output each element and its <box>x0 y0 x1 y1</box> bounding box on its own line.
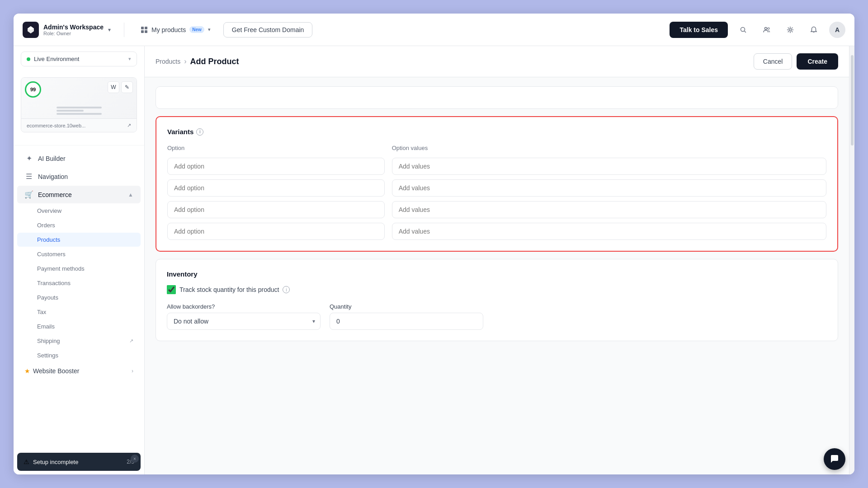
sidebar-sub-item-payment-methods[interactable]: Payment methods <box>17 262 141 276</box>
col-header-option: Option <box>167 145 385 151</box>
top-navigation: Admin's Workspace Role: Owner ▾ My produ… <box>14 14 854 46</box>
quantity-label: Quantity <box>330 303 483 310</box>
setup-icon: ⚠ <box>24 458 29 465</box>
sidebar-sub-item-products[interactable]: Products <box>17 233 141 247</box>
ai-builder-icon: ✦ <box>24 154 33 163</box>
variant-option-3[interactable] <box>167 201 385 218</box>
svg-rect-0 <box>141 27 144 29</box>
workspace-role: Role: Owner <box>43 31 104 36</box>
workspace-info: Admin's Workspace Role: Owner <box>43 23 104 36</box>
setup-incomplete-banner[interactable]: ⚠ Setup incomplete 2/5 × <box>17 453 141 471</box>
chat-icon <box>830 454 840 464</box>
talk-to-sales-button[interactable]: Talk to Sales <box>670 22 728 38</box>
scrollbar-track <box>849 46 854 474</box>
website-booster-label: Website Booster <box>33 367 79 375</box>
variant-values-4[interactable] <box>392 223 826 240</box>
products-label: My products <box>151 26 186 33</box>
variant-option-2[interactable] <box>167 179 385 197</box>
preview-thumbnail: 99 W ✎ <box>21 78 137 118</box>
sidebar-item-ecommerce[interactable]: 🛒 Ecommerce ▲ <box>17 186 141 203</box>
track-stock-info-icon[interactable]: i <box>283 286 290 293</box>
notifications-button[interactable] <box>806 22 822 38</box>
backorders-field: Allow backorders? Do not allow Allow All… <box>167 303 321 330</box>
backorders-select[interactable]: Do not allow Allow Allow but notify cust… <box>167 313 321 330</box>
variant-values-2[interactable] <box>392 179 826 197</box>
env-selector[interactable]: Live Environment ▾ <box>21 52 137 66</box>
workspace-chevron-icon[interactable]: ▾ <box>108 27 111 33</box>
top-partial-card <box>156 86 838 109</box>
env-chevron-icon: ▾ <box>128 56 131 62</box>
breadcrumb-parent[interactable]: Products <box>156 58 180 65</box>
svg-point-5 <box>765 27 767 29</box>
sidebar-sub-item-payouts[interactable]: Payouts <box>17 291 141 305</box>
chat-widget-button[interactable] <box>824 448 845 470</box>
track-stock-checkbox[interactable] <box>167 285 176 294</box>
external-link-icon[interactable]: ↗ <box>127 122 131 128</box>
sidebar-sub-item-customers[interactable]: Customers <box>17 247 141 261</box>
variant-option-4[interactable] <box>167 223 385 240</box>
svg-rect-2 <box>141 30 144 33</box>
sidebar-sub-item-shipping[interactable]: Shipping ↗ <box>17 334 141 348</box>
sidebar-item-ai-builder[interactable]: ✦ AI Builder <box>17 150 141 167</box>
site-preview-section: 99 W ✎ ecommerce-store.10web... <box>14 70 144 145</box>
variants-title: Variants i <box>167 128 826 136</box>
sidebar-item-navigation[interactable]: ☰ Navigation <box>17 168 141 185</box>
variant-option-1[interactable] <box>167 158 385 175</box>
preview-edit-button[interactable]: ✎ <box>121 81 133 93</box>
backorders-label: Allow backorders? <box>167 303 321 310</box>
settings-nav-button[interactable] <box>782 22 798 38</box>
ecommerce-label: Ecommerce <box>38 191 72 198</box>
variant-values-1[interactable] <box>392 158 826 175</box>
sidebar-sub-item-transactions[interactable]: Transactions <box>17 276 141 290</box>
page-header: Products › Add Product Cancel Create <box>145 46 849 77</box>
variants-title-text: Variants <box>167 128 193 136</box>
app-logo <box>23 22 39 38</box>
my-products-button[interactable]: My products New ▾ <box>135 23 216 36</box>
users-icon <box>763 26 770 33</box>
variants-info-icon[interactable]: i <box>196 128 203 136</box>
ecommerce-icon: 🛒 <box>24 190 33 199</box>
grid-icon <box>141 26 148 33</box>
live-status-dot <box>27 57 30 61</box>
sidebar-sub-item-tax[interactable]: Tax <box>17 305 141 319</box>
variants-grid <box>167 158 826 240</box>
website-booster-chevron-icon: › <box>132 368 133 374</box>
nav-divider <box>124 23 124 37</box>
preview-edit-w-button[interactable]: W <box>108 81 119 93</box>
sidebar-sub-item-overview[interactable]: Overview <box>17 204 141 218</box>
variant-values-3[interactable] <box>392 201 826 218</box>
ecommerce-section: 🛒 Ecommerce ▲ Overview Orders Products C… <box>14 186 144 362</box>
users-nav-button[interactable] <box>759 22 775 38</box>
bell-icon <box>810 26 817 33</box>
quantity-input[interactable] <box>330 313 483 330</box>
svg-rect-1 <box>145 27 147 29</box>
page-actions: Cancel Create <box>754 53 838 70</box>
settings-icon <box>787 26 794 33</box>
preview-content-lines <box>57 107 102 115</box>
ai-builder-label: AI Builder <box>38 155 66 162</box>
main-content: Products › Add Product Cancel Create Var… <box>145 46 849 474</box>
sidebar-sub-item-settings[interactable]: Settings <box>17 348 141 362</box>
user-avatar-button[interactable]: A <box>829 22 845 38</box>
sidebar-item-website-booster[interactable]: ★ Website Booster › <box>17 363 141 379</box>
get-domain-button[interactable]: Get Free Custom Domain <box>223 22 313 38</box>
create-button[interactable]: Create <box>797 53 838 70</box>
search-nav-button[interactable] <box>735 22 751 38</box>
website-booster-star-icon: ★ <box>24 367 30 375</box>
svg-point-6 <box>768 28 769 29</box>
sidebar-sub-item-orders[interactable]: Orders <box>17 218 141 232</box>
page-title: Add Product <box>190 57 239 66</box>
cancel-button[interactable]: Cancel <box>754 53 793 70</box>
ecommerce-chevron-icon: ▲ <box>128 192 133 198</box>
sidebar-sub-item-emails[interactable]: Emails <box>17 319 141 333</box>
navigation-label: Navigation <box>38 173 68 180</box>
preview-line <box>57 107 102 108</box>
scrollbar-thumb[interactable] <box>851 55 854 145</box>
setup-close-button[interactable]: × <box>131 455 139 463</box>
sidebar-nav: ✦ AI Builder ☰ Navigation 🛒 Ecommerce ▲ … <box>14 145 144 449</box>
workspace-selector[interactable]: Admin's Workspace Role: Owner ▾ <box>23 22 113 38</box>
main-scroll-area: Variants i Option Option values <box>145 77 849 350</box>
preview-line-short <box>57 110 84 112</box>
quantity-field: Quantity <box>330 303 483 330</box>
env-label: Live Environment <box>34 56 79 62</box>
